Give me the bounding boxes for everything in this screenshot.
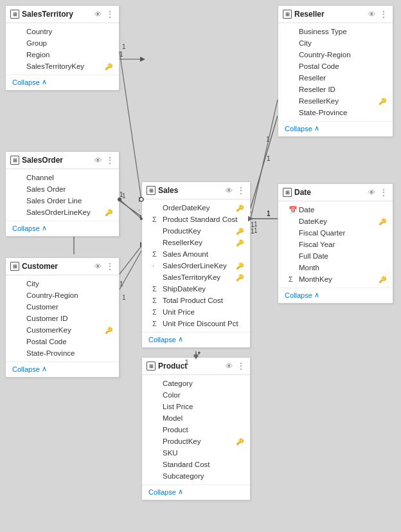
svg-line-7 — [118, 244, 143, 277]
list-item: ΣProduct Standard Cost — [142, 214, 250, 225]
product-fields: Category Color List Price Model Product … — [142, 375, 250, 484]
list-item: ΣShipDateKey — [142, 283, 250, 295]
salesorder-eye[interactable]: 👁 — [94, 156, 102, 164]
list-item: Category — [142, 378, 250, 389]
svg-line-12 — [249, 116, 278, 212]
customer-icon: ⊞ — [10, 262, 19, 271]
salesorder-title: SalesOrder — [22, 156, 92, 165]
salesterritory-eye[interactable]: 👁 — [94, 10, 102, 18]
product-eye[interactable]: 👁 — [226, 362, 233, 370]
list-item: CustomerKey🔑 — [6, 324, 119, 336]
svg-text:1: 1 — [122, 43, 126, 50]
key-icon: 🔑 — [105, 327, 112, 334]
svg-line-3 — [118, 199, 143, 217]
customer-title: Customer — [22, 262, 92, 271]
list-item: Country-Region — [278, 49, 393, 60]
customer-menu[interactable]: ⋮ — [105, 261, 114, 271]
reseller-eye[interactable]: 👁 — [368, 10, 375, 18]
table-reseller-header: ⊞ Reseller 👁 ⋮ — [278, 6, 393, 23]
list-item: Product — [142, 424, 250, 436]
key-icon: 🔑 — [236, 228, 244, 235]
product-collapse[interactable]: Collapse ∧ — [142, 484, 250, 500]
list-item: Group — [6, 37, 119, 49]
list-item: ΣMonthKey🔑 — [278, 273, 393, 285]
salesterritory-icon: ⊞ — [10, 10, 19, 19]
reseller-menu[interactable]: ⋮ — [379, 9, 388, 19]
list-item: ΣUnit Price Discount Pct — [142, 318, 250, 329]
list-item: ResellerKey🔑 — [278, 95, 393, 107]
key-icon: 🔑 — [379, 98, 386, 105]
list-item: OrderDateKey🔑 — [142, 202, 250, 214]
list-item: Month — [278, 262, 393, 273]
list-item: ·SalesOrderLineKey🔑 — [142, 260, 250, 271]
svg-line-27 — [120, 199, 141, 219]
reseller-collapse[interactable]: Collapse ∧ — [278, 121, 393, 136]
key-icon: 🔑 — [236, 274, 244, 281]
list-item: Channel — [6, 172, 119, 183]
table-date: ⊞ Date 👁 ⋮ 📅Date DateKey🔑 Fiscal Quarter… — [278, 183, 393, 304]
table-sales-header: ⊞ Sales 👁 ⋮ — [142, 182, 250, 199]
diagram-canvas: 1 1 · 1 1 1 1 1 * 1 — [0, 0, 401, 532]
customer-eye[interactable]: 👁 — [94, 262, 102, 270]
table-customer: ⊞ Customer 👁 ⋮ City Country-Region Custo… — [5, 257, 120, 378]
customer-collapse[interactable]: Collapse ∧ — [6, 362, 119, 377]
svg-text:1: 1 — [120, 280, 123, 288]
list-item: 📅Date — [278, 204, 393, 216]
key-icon: 🔑 — [236, 205, 244, 212]
svg-text:1: 1 — [267, 210, 271, 217]
sales-eye[interactable]: 👁 — [226, 187, 233, 194]
date-menu[interactable]: ⋮ — [379, 187, 388, 197]
list-item: Postal Code — [6, 336, 119, 347]
salesterritory-menu[interactable]: ⋮ — [105, 9, 114, 19]
salesterritory-title: SalesTerritory — [22, 10, 92, 19]
list-item: ProductKey🔑 — [142, 225, 250, 237]
reseller-fields: Business Type City Country-Region Postal… — [278, 23, 393, 121]
svg-text:1: 1 — [251, 221, 254, 228]
list-item: DateKey🔑 — [278, 216, 393, 227]
table-product-header: ⊞ Product 👁 ⋮ — [142, 358, 250, 375]
key-icon: 🔑 — [379, 218, 386, 225]
key-icon: 🔑 — [105, 209, 112, 216]
date-eye[interactable]: 👁 — [368, 188, 375, 196]
salesorder-icon: ⊞ — [10, 156, 19, 165]
table-salesorder-header: ⊞ SalesOrder 👁 ⋮ — [6, 152, 119, 169]
product-menu[interactable]: ⋮ — [236, 361, 245, 371]
sales-icon: ⊞ — [147, 186, 156, 195]
list-item: ΣSales Amount — [142, 248, 250, 260]
svg-text:1: 1 — [122, 294, 126, 301]
salesorder-collapse[interactable]: Collapse ∧ — [6, 221, 119, 236]
date-icon: ⊞ — [283, 188, 292, 197]
key-icon: 🔑 — [236, 438, 244, 445]
svg-text:·: · — [138, 206, 140, 214]
list-item: ResellerKey🔑 — [142, 237, 250, 248]
list-item: ProductKey🔑 — [142, 436, 250, 447]
list-item: ΣTotal Product Cost — [142, 295, 250, 306]
date-fields: 📅Date DateKey🔑 Fiscal Quarter Fiscal Yea… — [278, 201, 393, 288]
list-item: State-Province — [278, 107, 393, 118]
table-customer-header: ⊞ Customer 👁 ⋮ — [6, 258, 119, 275]
salesorder-fields: Channel Sales Order Sales Order Line Sal… — [6, 169, 119, 221]
list-item: Full Date — [278, 250, 393, 262]
list-item: Subcategory — [142, 470, 250, 482]
list-item: Customer — [6, 301, 119, 313]
list-item: SalesTerritoryKey🔑 — [142, 271, 250, 283]
date-collapse[interactable]: Collapse ∧ — [278, 288, 393, 303]
product-title: Product — [158, 362, 223, 371]
svg-text:1: 1 — [267, 210, 271, 217]
svg-text:1: 1 — [254, 221, 258, 228]
sales-fields: OrderDateKey🔑 ΣProduct Standard Cost Pro… — [142, 199, 250, 332]
salesterritory-fields: Country Group Region SalesTerritoryKey🔑 — [6, 23, 119, 75]
list-item: Postal Code — [278, 60, 393, 72]
list-item: City — [6, 278, 119, 289]
list-item: Customer ID — [6, 313, 119, 324]
salesorder-menu[interactable]: ⋮ — [105, 155, 114, 165]
list-item: Fiscal Year — [278, 239, 393, 250]
list-item: State-Province — [6, 347, 119, 359]
date-title: Date — [294, 188, 366, 197]
sales-collapse[interactable]: Collapse ∧ — [142, 332, 250, 347]
svg-text:1: 1 — [120, 51, 123, 58]
salesterritory-collapse[interactable]: Collapse ∧ — [6, 75, 119, 90]
list-item: Region — [6, 49, 119, 60]
sales-menu[interactable]: ⋮ — [236, 185, 245, 196]
table-date-header: ⊞ Date 👁 ⋮ — [278, 184, 393, 201]
